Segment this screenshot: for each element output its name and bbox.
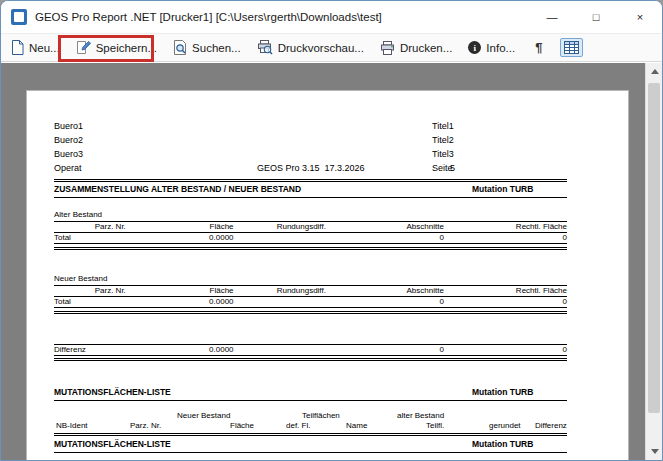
col-header: Differenz (535, 421, 567, 430)
row-label: Total (54, 233, 71, 242)
pilcrow-button[interactable]: ¶ (529, 38, 548, 57)
subsection-label: Alter Bestand (54, 210, 567, 221)
col-header: Rechtl. Fläche (516, 222, 567, 231)
save-button[interactable]: Speichern... (74, 38, 159, 57)
cell-flaeche: 0.0000 (209, 345, 233, 354)
col-header: Abschnitte (407, 222, 444, 231)
info-button[interactable]: Info... (466, 39, 517, 56)
table-row: Differenz 0.0000 0 0 (54, 345, 567, 355)
cell-rechtl-flaeche: 0 (563, 345, 567, 354)
print-button-label: Drucken... (400, 42, 452, 54)
cell-abschnitte: 0 (439, 297, 443, 306)
table-header-row: NB-Ident Parz. Nr. Fläche def. Fl. Name … (54, 421, 567, 431)
col-header: def. Fl. (286, 421, 310, 430)
col-header: Teilfl. (426, 421, 444, 430)
header-center: GEOS Pro 3.15 17.3.2026 (257, 163, 365, 173)
print-preview-icon (257, 40, 273, 55)
group-header-row: Neuer Bestand Teilflächen alter Bestand (54, 411, 567, 421)
print-button[interactable]: Drucken... (378, 39, 454, 57)
search-button[interactable]: Suchen... (171, 38, 243, 57)
section-title: MUTATIONSFLÄCHEN-LISTE (54, 439, 171, 449)
window-controls: — □ × (530, 1, 662, 33)
header-left: Buero1 (54, 121, 83, 131)
cell-abschnitte: 0 (439, 345, 443, 354)
search-button-label: Suchen... (192, 42, 241, 54)
col-header: Parz. Nr. (130, 421, 161, 430)
cell-abschnitte: 0 (439, 233, 443, 242)
col-header: Rundungsdiff. (277, 222, 326, 231)
scrollbar-thumb[interactable] (648, 83, 660, 413)
col-header: Abschnitte (407, 286, 444, 295)
section-title-row: MUTATIONSFLÄCHEN-LISTE Mutation TURB (54, 387, 567, 400)
report-page: Buero1 Titel1 Buero2 Titel2 Buero3 Titel… (26, 90, 629, 460)
app-window: GEOS Pro Report .NET [Drucker1] [C:\User… (0, 0, 663, 461)
header-right: Titel2 (432, 135, 454, 145)
section-title-row: MUTATIONSFLÄCHEN-LISTE Mutation TURB (54, 439, 567, 452)
section-title: ZUSAMMENSTELLUNG ALTER BESTAND / NEUER B… (54, 184, 301, 194)
report-header-row: Buero1 Titel1 (54, 121, 567, 135)
header-left: Buero3 (54, 149, 83, 159)
vertical-scrollbar[interactable] (645, 63, 662, 460)
new-button[interactable]: Neu... (9, 38, 62, 57)
app-icon (11, 9, 27, 25)
arrow-down-icon (651, 449, 659, 454)
mutation-label: Mutation TURB (472, 387, 533, 397)
col-header: Fläche (230, 421, 254, 430)
report-content: Buero1 Titel1 Buero2 Titel2 Buero3 Titel… (54, 121, 567, 453)
row-label: Total (54, 297, 71, 306)
header-left: Operat (54, 163, 82, 173)
cell-rechtl-flaeche: 0 (563, 233, 567, 242)
section-title: MUTATIONSFLÄCHEN-LISTE (54, 387, 171, 397)
col-header: Rundungsdiff. (277, 286, 326, 295)
col-header: Fläche (210, 222, 234, 231)
window-title: GEOS Pro Report .NET [Drucker1] [C:\User… (35, 11, 530, 23)
group-header: alter Bestand (397, 411, 444, 420)
header-left: Buero2 (54, 135, 83, 145)
col-header: Name (346, 421, 367, 430)
section-title-row: ZUSAMMENSTELLUNG ALTER BESTAND / NEUER B… (54, 184, 567, 197)
titlebar[interactable]: GEOS Pro Report .NET [Drucker1] [C:\User… (1, 1, 662, 33)
maximize-button[interactable]: □ (574, 1, 618, 33)
info-button-label: Info... (486, 42, 515, 54)
scroll-up-button[interactable] (646, 63, 662, 80)
scroll-down-button[interactable] (646, 443, 662, 460)
close-button[interactable]: × (618, 1, 662, 33)
table-header-row: Parz. Nr. Fläche Rundungsdiff. Abschnitt… (54, 286, 567, 296)
divider (54, 452, 567, 453)
col-header: Parz. Nr. (95, 222, 126, 231)
col-header: NB-Ident (56, 421, 88, 430)
report-header-row: Operat GEOS Pro 3.15 17.3.2026 Seite5 (54, 163, 567, 177)
save-button-label: Speichern... (96, 42, 157, 54)
print-preview-button-label: Druckvorschau... (278, 42, 364, 54)
info-icon (468, 41, 481, 54)
mutation-label: Mutation TURB (472, 184, 533, 194)
cell-rechtl-flaeche: 0 (563, 297, 567, 306)
col-header: Rechtl. Fläche (516, 286, 567, 295)
search-icon (173, 40, 187, 55)
header-right: Titel3 (432, 149, 454, 159)
row-label: Differenz (54, 345, 86, 354)
grid-toggle-button[interactable] (560, 38, 583, 57)
new-document-icon (11, 40, 24, 55)
save-icon (76, 40, 91, 55)
preview-area: Buero1 Titel1 Buero2 Titel2 Buero3 Titel… (1, 63, 662, 460)
col-header: Fläche (210, 286, 234, 295)
header-right: Titel1 (432, 121, 454, 131)
group-header: Teilflächen (302, 411, 340, 420)
table-row: Total 0.0000 0 0 (54, 233, 567, 243)
minimize-button[interactable]: — (530, 1, 574, 33)
print-preview-button[interactable]: Druckvorschau... (255, 38, 366, 57)
subsection-label: Neuer Bestand (54, 274, 567, 285)
col-header: Parz. Nr. (95, 286, 126, 295)
mutation-label: Mutation TURB (472, 439, 533, 449)
grid-icon (564, 41, 579, 54)
table-row: Total 0.0000 0 0 (54, 297, 567, 307)
new-button-label: Neu... (29, 42, 60, 54)
table-header-row: Parz. Nr. Fläche Rundungsdiff. Abschnitt… (54, 222, 567, 232)
col-header: gerundet (489, 421, 521, 430)
cell-flaeche: 0.0000 (209, 233, 233, 242)
report-header-row: Buero3 Titel3 (54, 149, 567, 163)
cell-flaeche: 0.0000 (209, 297, 233, 306)
page-number: 5 (450, 163, 455, 173)
group-header: Neuer Bestand (177, 411, 230, 420)
